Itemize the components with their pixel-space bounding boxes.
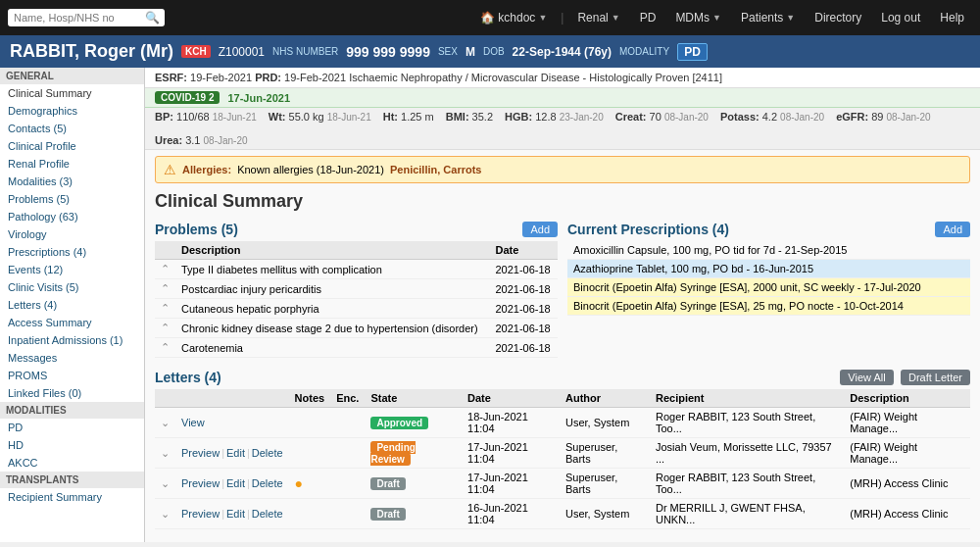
sidebar-item-akcc[interactable]: AKCC — [0, 454, 144, 472]
nav-pd[interactable]: PD — [632, 0, 664, 35]
problem-date: 2021-06-18 — [489, 299, 558, 319]
sidebar-item-letters[interactable]: Letters (4) — [0, 296, 144, 314]
search-box[interactable]: 🔍 — [8, 9, 165, 26]
letters-col-enc: Enc. — [330, 389, 365, 408]
page-title: Clinical Summary — [145, 183, 980, 216]
letter-actions[interactable]: Preview|Edit|Delete — [175, 469, 289, 499]
sidebar-item-modalities[interactable]: Modalities (3) — [0, 173, 144, 190]
sidebar-item-demographics[interactable]: Demographics — [0, 102, 144, 120]
letter-enc — [330, 438, 365, 469]
letter-actions[interactable]: Preview|Edit|Delete — [175, 499, 289, 529]
nav-help[interactable]: Help — [932, 0, 972, 35]
nav-home[interactable]: 🏠 kchdoc ▼ — [472, 0, 555, 35]
letter-preview-link[interactable]: Preview — [181, 508, 220, 520]
letter-state: Draft — [365, 499, 462, 529]
nav-patients[interactable]: Patients ▼ — [733, 0, 803, 35]
letter-recipient: Dr MERRILL J, GWENT FHSA, UNKN... — [650, 499, 844, 529]
sidebar-item-renal-profile[interactable]: Renal Profile — [0, 155, 144, 173]
letters-col-notes: Notes — [289, 389, 331, 408]
search-input[interactable] — [14, 12, 141, 24]
sidebar-item-pathology[interactable]: Pathology (63) — [0, 208, 144, 225]
esrf-date: 19-Feb-2021 — [190, 72, 252, 83]
patient-sex: M — [466, 45, 475, 59]
letter-delete-link[interactable]: Delete — [252, 477, 283, 489]
sidebar-item-access-summary[interactable]: Access Summary — [0, 314, 144, 331]
letter-edit-link[interactable]: Edit — [226, 447, 245, 459]
letter-state: Draft — [365, 469, 462, 499]
sidebar-item-clinic-visits[interactable]: Clinic Visits (5) — [0, 278, 144, 296]
letter-actions[interactable]: View — [175, 408, 289, 438]
chevron-up-icon: ⌃ — [155, 319, 175, 338]
sidebar-item-virology[interactable]: Virology — [0, 225, 144, 243]
bmi-label: BMI: 35.2 — [446, 111, 493, 123]
sidebar-item-events[interactable]: Events (12) — [0, 261, 144, 278]
prd-date: 19-Feb-2021 — [284, 72, 346, 83]
prd-label: PRD: — [255, 72, 281, 83]
sidebar-item-messages[interactable]: Messages — [0, 349, 144, 367]
sidebar-item-hd[interactable]: HD — [0, 436, 144, 454]
sidebar-item-contacts[interactable]: Contacts (5) — [0, 120, 144, 137]
problem-date: 2021-06-18 — [489, 338, 558, 358]
letter-edit-link[interactable]: Edit — [226, 508, 245, 520]
nav-mdms[interactable]: MDMs ▼ — [667, 0, 729, 35]
patients-dropdown-icon: ▼ — [786, 13, 795, 23]
patient-nhs-num: 999 999 9999 — [346, 44, 430, 60]
nav-directory[interactable]: Directory — [807, 0, 869, 35]
letters-col-action — [175, 389, 289, 408]
rx-item: Amoxicillin Capsule, 100 mg, PO tid for … — [567, 241, 970, 260]
letters-col-state: State — [365, 389, 462, 408]
letters-draft-button[interactable]: Draft Letter — [901, 370, 970, 385]
sidebar-modalities-header: MODALITIES — [0, 402, 144, 419]
rx-item: Binocrit (Epoetin Alfa) Syringe [ESA], 2… — [567, 278, 970, 297]
letter-view-link[interactable]: View — [181, 417, 205, 428]
prescriptions-section: Current Prescriptions (4) Add Amoxicilli… — [567, 222, 970, 358]
chevron-down-icon: ⌄ — [155, 499, 175, 529]
status-badge: Draft — [370, 477, 405, 490]
sidebar-general-header: GENERAL — [0, 68, 144, 84]
content-area: ESRF: 19-Feb-2021 PRD: 19-Feb-2021 Ischa… — [145, 68, 980, 542]
letter-preview-link[interactable]: Preview — [181, 447, 220, 459]
letters-col-description: Description — [844, 389, 970, 408]
letter-description: (FAIR) Weight Manage... — [844, 438, 970, 469]
letter-delete-link[interactable]: Delete — [252, 508, 283, 520]
letter-preview-link[interactable]: Preview — [181, 477, 220, 489]
letter-recipient: Roger RABBIT, 123 South Street, Too... — [650, 408, 844, 438]
top-nav: 🔍 🏠 kchdoc ▼ | Renal ▼ PD MDMs ▼ Patient… — [0, 0, 980, 35]
sidebar-item-linked-files[interactable]: Linked Files (0) — [0, 384, 144, 402]
letter-notes — [289, 408, 331, 438]
prescriptions-add-button[interactable]: Add — [935, 222, 970, 237]
sidebar-item-pd[interactable]: PD — [0, 419, 144, 436]
problem-desc: Cutaneous hepatic porphyria — [175, 299, 489, 319]
nav-renal[interactable]: Renal ▼ — [569, 0, 627, 35]
letter-delete-link[interactable]: Delete — [252, 447, 283, 459]
letter-state: Approved — [365, 408, 462, 438]
sidebar-item-inpatient[interactable]: Inpatient Admissions (1) — [0, 331, 144, 349]
sidebar-item-clinical-summary[interactable]: Clinical Summary — [0, 84, 144, 102]
letters-buttons: View All Draft Letter — [840, 370, 970, 385]
nav-logout[interactable]: Log out — [873, 0, 928, 35]
problem-desc: Type II diabetes mellitus with complicat… — [175, 260, 489, 279]
search-icon[interactable]: 🔍 — [145, 11, 160, 25]
status-badge: Approved — [370, 417, 428, 429]
ht-label: Ht: 1.25 m — [383, 111, 434, 123]
hgb-label: HGB: 12.8 23-Jan-20 — [505, 111, 604, 123]
sidebar-item-recipient-summary[interactable]: Recipient Summary — [0, 488, 144, 506]
letter-actions[interactable]: Preview|Edit|Delete — [175, 438, 289, 469]
sidebar-item-proms[interactable]: PROMS — [0, 367, 144, 384]
sidebar-item-prescriptions[interactable]: Prescriptions (4) — [0, 243, 144, 261]
wt-label: Wt: 55.0 kg 18-Jun-21 — [269, 111, 371, 123]
patient-dob: 22-Sep-1944 (76y) — [513, 45, 612, 59]
nhs-label: NHS NUMBER — [272, 46, 338, 57]
problems-add-button[interactable]: Add — [522, 222, 558, 237]
rx-item: Azathioprine Tablet, 100 mg, PO bd - 16-… — [567, 260, 970, 278]
letter-notes: ● — [289, 469, 331, 499]
letters-view-all-button[interactable]: View All — [840, 370, 893, 385]
mdms-dropdown-icon: ▼ — [712, 13, 721, 23]
letter-edit-link[interactable]: Edit — [226, 477, 245, 489]
problems-section: Problems (5) Add Description Date ⌃ Type… — [155, 222, 558, 358]
sidebar-item-clinical-profile[interactable]: Clinical Profile — [0, 137, 144, 155]
table-row: ⌄ View Approved 18-Jun-2021 11:04 User, … — [155, 408, 970, 438]
letter-recipient: Josiah Veum, Morissette LLC, 79357 ... — [650, 438, 844, 469]
sidebar-item-problems[interactable]: Problems (5) — [0, 190, 144, 208]
letter-description: (FAIR) Weight Manage... — [844, 408, 970, 438]
